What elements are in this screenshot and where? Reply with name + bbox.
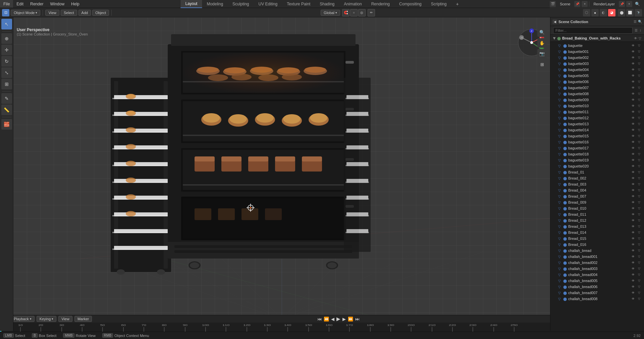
- outliner-item-baguette010[interactable]: ▽ ⬤ baguette010 👁 ▽: [550, 103, 644, 109]
- outliner-item-bread009[interactable]: ▽ ⬤ Bread_009 👁 ▽: [550, 199, 644, 205]
- outliner-item-bread01[interactable]: ▽ ⬤ Bread_01 👁 ▽: [550, 169, 644, 175]
- outliner-item-bread007[interactable]: ▽ ⬤ Bread_007 👁 ▽: [550, 193, 644, 199]
- tool-cursor[interactable]: ⊕: [1, 33, 12, 44]
- menu-file[interactable]: File: [0, 0, 13, 8]
- tool-add[interactable]: 🧱: [1, 119, 12, 130]
- eye-icon-1[interactable]: 👁: [631, 49, 635, 54]
- next-keyframe-btn[interactable]: ⏩: [347, 317, 354, 322]
- outliner-item-baguette015[interactable]: ▽ ⬤ baguette015 👁 ▽: [550, 133, 644, 139]
- menu-edit[interactable]: Edit: [13, 0, 27, 8]
- outliner-item-baguette009[interactable]: ▽ ⬤ baguette009 👁 ▽: [550, 97, 644, 103]
- view-menu[interactable]: View: [45, 10, 59, 16]
- outliner-item-bread010[interactable]: ▽ ⬤ Bread_010 👁 ▽: [550, 205, 644, 211]
- viewport-zoom-in[interactable]: 🔍: [537, 27, 547, 37]
- play-btn[interactable]: ▶: [336, 316, 341, 322]
- layer-add-icon[interactable]: +: [626, 1, 632, 7]
- tab-texture-paint[interactable]: Texture Paint: [282, 0, 315, 8]
- outliner-item-baguette008[interactable]: ▽ ⬤ baguette008 👁 ▽: [550, 91, 644, 97]
- outliner-item-baguette017[interactable]: ▽ ⬤ baguette017 👁 ▽: [550, 145, 644, 151]
- outliner-item-baguette014[interactable]: ▽ ⬤ baguette014 👁 ▽: [550, 127, 644, 133]
- outliner-item-challah002[interactable]: ▽ ⬤ challah_bread002 👁 ▽: [550, 260, 644, 266]
- viewport-camera-btn[interactable]: 📷: [537, 49, 547, 58]
- outliner-item-challah001[interactable]: ▽ ⬤ challah_bread001 👁 ▽: [550, 254, 644, 260]
- transform-orientation[interactable]: Global: [321, 10, 340, 16]
- scene-add-icon[interactable]: +: [582, 1, 588, 7]
- outliner-item-baguette011[interactable]: ▽ ⬤ baguette011 👁 ▽: [550, 109, 644, 115]
- search-icon[interactable]: 🔍: [634, 2, 641, 6]
- outliner-item-baguette019[interactable]: ▽ ⬤ baguette019 👁 ▽: [550, 157, 644, 163]
- tool-move[interactable]: ✛: [1, 45, 12, 55]
- outliner-item-challah005[interactable]: ▽ ⬤ challah_bread005 👁 ▽: [550, 278, 644, 284]
- tab-add[interactable]: +: [451, 0, 463, 8]
- mode-menu-icon[interactable]: ⊡: [2, 9, 9, 16]
- outliner-item-challah006[interactable]: ▽ ⬤ challah_bread006 👁 ▽: [550, 284, 644, 290]
- outliner-item-bread013[interactable]: ▽ ⬤ Bread_013 👁 ▽: [550, 223, 644, 229]
- outliner-item-challah004[interactable]: ▽ ⬤ challah_bread004 👁 ▽: [550, 272, 644, 278]
- playback-dropdown[interactable]: Playback: [11, 316, 35, 322]
- outliner-item-bread003[interactable]: ▽ ⬤ Bread_003 👁 ▽: [550, 181, 644, 187]
- outliner-item-baguette001[interactable]: ▽ ⬤ baguette001 👁 ▽: [550, 49, 644, 55]
- gizmo-toggle[interactable]: 🔭: [635, 9, 642, 16]
- outliner-item-bread004[interactable]: ▽ ⬤ Bread_004 👁 ▽: [550, 187, 644, 193]
- outliner-item-baguette012[interactable]: ▽ ⬤ baguette012 👁 ▽: [550, 115, 644, 121]
- collection-filter-icon[interactable]: ▽: [639, 37, 641, 40]
- next-frame-btn[interactable]: ▶: [342, 317, 346, 322]
- object-mode-dropdown[interactable]: Object Mode: [11, 10, 40, 16]
- tab-scripting[interactable]: Scripting: [426, 0, 451, 8]
- outliner-item-baguette004[interactable]: ▽ ⬤ baguette004 👁 ▽: [550, 67, 644, 73]
- transform-pivot-btn[interactable]: ◎: [358, 9, 366, 16]
- go-to-start-btn[interactable]: ⏮: [317, 317, 322, 322]
- tab-layout[interactable]: Layout: [180, 0, 202, 8]
- view-timeline[interactable]: View: [58, 316, 72, 322]
- outliner-item-baguette016[interactable]: ▽ ⬤ baguette016 👁 ▽: [550, 139, 644, 145]
- tab-sculpting[interactable]: Sculpting: [228, 0, 254, 8]
- outliner-item-challah007[interactable]: ▽ ⬤ challah_bread007 👁 ▽: [550, 290, 644, 296]
- filter-icon[interactable]: ☰: [634, 20, 637, 23]
- prev-frame-btn[interactable]: ◀: [330, 317, 335, 322]
- scene-pin-icon[interactable]: 📌: [574, 1, 580, 7]
- menu-render[interactable]: Render: [27, 0, 47, 8]
- collection-visibility-icon[interactable]: 👁: [634, 37, 637, 40]
- tool-select[interactable]: ↖: [1, 19, 12, 29]
- outliner-item-challah[interactable]: ▽ ⬤ challah_bread 👁 ▽: [550, 248, 644, 254]
- outliner-item-baguette[interactable]: ▽ ⬤ baguette 👁 ▽: [550, 43, 644, 49]
- outliner-item-challah008[interactable]: ▽ ⬤ challah_bread008 👁 ▽: [550, 296, 644, 302]
- viewport-3d[interactable]: User Perspective (1) Scene Collection | …: [13, 17, 550, 331]
- expand-icon[interactable]: ◀: [552, 19, 557, 24]
- tab-compositing[interactable]: Compositing: [394, 0, 426, 8]
- outliner-item-baguette018[interactable]: ▽ ⬤ baguette018 👁 ▽: [550, 151, 644, 157]
- select-menu[interactable]: Select: [61, 10, 77, 16]
- viewport-grid-btn[interactable]: ⊞: [537, 60, 547, 69]
- annotate-btn[interactable]: ✏: [368, 9, 375, 16]
- outliner-item-challah003[interactable]: ▽ ⬤ challah_bread003 👁 ▽: [550, 266, 644, 272]
- tab-modeling[interactable]: Modeling: [202, 0, 228, 8]
- outliner-item-bread015[interactable]: ▽ ⬤ Bread_015 👁 ▽: [550, 235, 644, 242]
- outliner-filter-input[interactable]: [553, 27, 633, 34]
- layer-pin-icon[interactable]: 📌: [619, 1, 625, 7]
- outliner-item-bread016[interactable]: ▽ ⬤ Bread_016 👁 ▽: [550, 242, 644, 248]
- scene-selector[interactable]: Scene: [557, 0, 573, 8]
- menu-window[interactable]: Window: [47, 0, 68, 8]
- outliner-options[interactable]: ☰: [635, 28, 638, 32]
- outliner-item-bread002[interactable]: ▽ ⬤ Bread_002 👁 ▽: [550, 175, 644, 181]
- viewport-hand-tool[interactable]: ✋: [537, 38, 547, 48]
- outliner-item-baguette013[interactable]: ▽ ⬤ baguette013 👁 ▽: [550, 121, 644, 127]
- engine-icon[interactable]: 🎬: [550, 1, 556, 7]
- keying-dropdown[interactable]: Keying: [37, 316, 57, 322]
- tab-shading[interactable]: Shading: [315, 0, 339, 8]
- render-layer-selector[interactable]: RenderLayer: [591, 0, 618, 8]
- tab-animation[interactable]: Animation: [339, 0, 366, 8]
- outliner-sync[interactable]: ↕: [640, 28, 641, 32]
- tool-rotate[interactable]: ↻: [1, 56, 12, 67]
- xray-toggle[interactable]: ⬜: [626, 9, 634, 16]
- outliner-item-bread012[interactable]: ▽ ⬤ Bread_012 👁 ▽: [550, 217, 644, 223]
- outliner-item-baguette020[interactable]: ▽ ⬤ baguette020 👁 ▽: [550, 163, 644, 169]
- timeline-frame-bar[interactable]: 10 20 30 40 50 60 70 80 90 100 110 120 1…: [0, 323, 644, 332]
- tool-transform[interactable]: ⊞: [1, 79, 12, 89]
- viewport-shading-material[interactable]: ◐: [600, 9, 607, 16]
- outliner-item-baguette003[interactable]: ▽ ⬤ baguette003 👁 ▽: [550, 61, 644, 67]
- outliner-item-baguette002[interactable]: ▽ ⬤ baguette002 👁 ▽: [550, 55, 644, 61]
- go-to-end-btn[interactable]: ⏭: [355, 317, 360, 322]
- snap-magnet-btn[interactable]: 🧲: [342, 9, 350, 16]
- outliner-item-baguette005[interactable]: ▽ ⬤ baguette005 👁 ▽: [550, 73, 644, 79]
